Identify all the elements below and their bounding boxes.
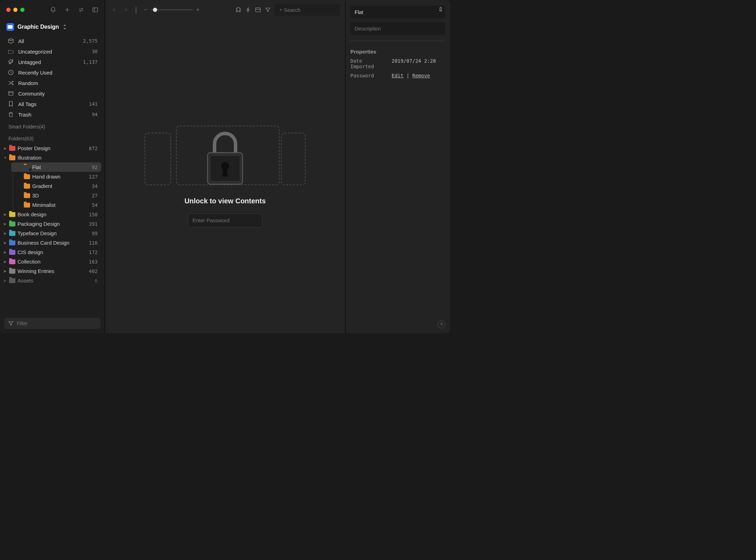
folder-count: 6 [95, 278, 98, 284]
disclosure-icon[interactable]: ▶ [4, 241, 7, 245]
bell-icon[interactable] [50, 7, 56, 13]
folder-icon [9, 269, 15, 274]
folder-3d[interactable]: 3D 27 [11, 191, 101, 200]
sidebar-item-random[interactable]: Random [2, 78, 101, 88]
zoom-slider[interactable] [151, 9, 193, 10]
sidebar-item-count: 30 [92, 49, 98, 54]
folder-illustration[interactable]: ▼ Illustration [2, 153, 101, 162]
folder-count: 34 [92, 183, 98, 189]
sidebar-item-all[interactable]: All 2,575 [2, 36, 101, 46]
sidebar-item-trash[interactable]: Trash 94 [2, 109, 101, 120]
folder-book-design[interactable]: ▶ Book design 150 [2, 210, 101, 219]
disclosure-icon[interactable]: ▶ [4, 212, 7, 216]
nav-forward-button[interactable] [122, 6, 130, 14]
sidebar: Graphic Design All 2,575 Uncategorized 3… [0, 0, 105, 333]
folder-icon [9, 278, 15, 283]
sidebar-item-uncategorized[interactable]: Uncategorized 30 [2, 46, 101, 57]
folder-cis-design[interactable]: ▶ CIS design 172 [2, 247, 101, 257]
clock-icon [8, 69, 14, 76]
disclosure-icon[interactable]: ▶ [4, 269, 7, 273]
sidebar-item-recent[interactable]: Recently Used [2, 67, 101, 78]
folder-count: 172 [89, 250, 98, 255]
disclosure-icon[interactable]: ▶ [4, 279, 7, 282]
sidebar-item-label: Recently Used [18, 70, 52, 76]
folder-collection[interactable]: ▶ Collection 163 [2, 257, 101, 266]
shuffle-icon [8, 80, 14, 86]
close-window-button[interactable] [6, 8, 10, 12]
folder-icon [9, 222, 15, 226]
folder-icon [24, 203, 30, 208]
action-icon[interactable] [245, 7, 251, 13]
filter-input[interactable] [17, 321, 97, 326]
tag-off-icon [8, 59, 14, 65]
sidebar-item-count: 141 [89, 101, 98, 107]
search-box[interactable]: ▾ [274, 4, 340, 16]
pin-icon[interactable] [438, 6, 444, 13]
folder-minimalist[interactable]: Minimalist 54 [11, 200, 101, 210]
folder-icon [9, 231, 15, 236]
transfer-icon[interactable] [78, 7, 84, 13]
folder-assets[interactable]: ▶ Assets 6 [2, 276, 101, 285]
folder-icon [9, 240, 15, 245]
folder-label: Typeface Design [18, 230, 57, 236]
password-remove-link[interactable]: Remove [412, 73, 430, 78]
nav-back-button[interactable] [110, 6, 118, 14]
password-input[interactable] [188, 214, 262, 227]
disclosure-icon[interactable]: ▶ [4, 222, 7, 226]
section-smart-folders[interactable]: Smart Folders(4) [2, 120, 101, 132]
folder-gradient[interactable]: Gradient 34 [11, 181, 101, 191]
extension-icon[interactable] [235, 7, 241, 13]
help-button[interactable]: ? [438, 321, 445, 328]
box-icon [8, 38, 14, 44]
divider [350, 41, 445, 41]
folder-label: Flat [32, 164, 41, 170]
layout-icon[interactable] [255, 7, 261, 13]
minimize-window-button[interactable] [13, 8, 18, 12]
folder-business-card-design[interactable]: ▶ Business Card Design 116 [2, 238, 101, 247]
sidebar-item-label: Uncategorized [18, 49, 52, 55]
zoom-in-button[interactable]: + [196, 7, 200, 13]
folder-hand-drawn[interactable]: Hand drawn 127 [11, 172, 101, 181]
zoom-window-button[interactable] [20, 8, 24, 12]
sidebar-item-untagged[interactable]: Untagged 1,137 [2, 57, 101, 67]
disclosure-icon[interactable]: ▶ [4, 146, 7, 150]
disclosure-icon[interactable]: ▼ [4, 156, 7, 160]
plus-icon[interactable] [64, 7, 70, 13]
sidebar-item-community[interactable]: Community [2, 88, 101, 99]
section-folders[interactable]: Folders(63) [2, 132, 101, 144]
disclosure-icon[interactable]: ▶ [4, 260, 7, 264]
folder-count: 54 [92, 202, 98, 208]
inspector-description-field[interactable]: Description [350, 22, 445, 35]
filter-toolbar-icon[interactable] [265, 7, 271, 13]
zoom-out-button[interactable]: − [144, 7, 147, 13]
folder-label: Illustration [18, 155, 41, 161]
folder-label: Assets [18, 278, 33, 284]
folder-count: 163 [89, 259, 98, 265]
folder-count: 127 [89, 174, 98, 180]
lock-icon [199, 128, 251, 191]
folder-packaging-design[interactable]: ▶ Packaging Design 391 [2, 219, 101, 229]
main: | − + ▾ Unlock to view Conten [105, 0, 345, 333]
sidebar-item-all-tags[interactable]: All Tags 141 [2, 99, 101, 109]
titlebar [0, 0, 105, 20]
library-switcher[interactable]: Graphic Design [0, 20, 105, 34]
folder-label: Book design [18, 211, 47, 217]
search-input[interactable] [284, 7, 350, 13]
disclosure-icon[interactable]: ▶ [4, 231, 7, 235]
inspector-title-field[interactable]: Flat [350, 6, 445, 19]
svg-rect-0 [93, 8, 98, 12]
sidebar-toggle-icon[interactable] [92, 7, 98, 13]
folder-flat[interactable]: Flat 92 [11, 162, 101, 172]
folder-typeface-design[interactable]: ▶ Typeface Design 99 [2, 229, 101, 238]
folder-winning-entries[interactable]: ▶ Winning Entries 402 [2, 266, 101, 276]
chevron-down-icon[interactable]: ▾ [280, 8, 282, 12]
filter-bar[interactable] [4, 318, 100, 329]
password-edit-link[interactable]: Edit [392, 73, 404, 78]
zoom-thumb[interactable] [153, 8, 157, 12]
folder-icon [24, 174, 30, 179]
disclosure-icon[interactable]: ▶ [4, 250, 7, 254]
folder-poster-design[interactable]: ▶ Poster Design 872 [2, 144, 101, 153]
filter-icon [8, 320, 14, 327]
folder-icon [9, 146, 15, 151]
folder-count: 116 [89, 240, 98, 246]
